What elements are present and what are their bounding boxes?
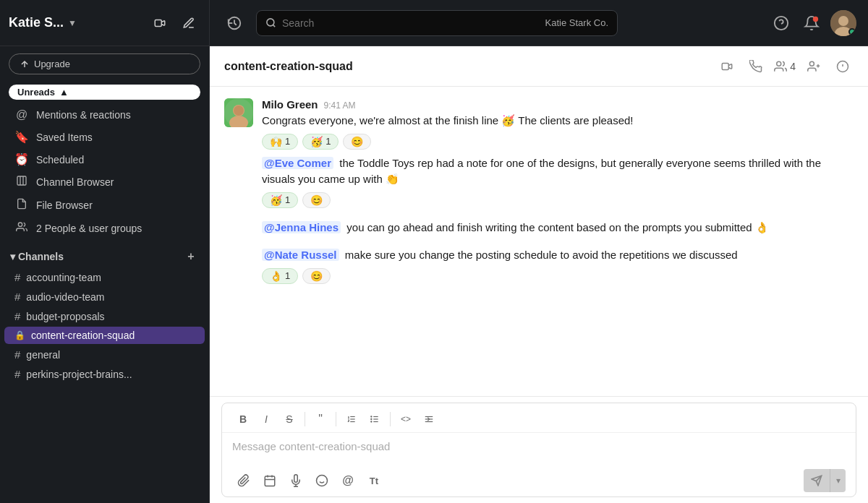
svg-point-21 <box>234 106 244 116</box>
workspace-name[interactable]: Katie S... ▼ <box>9 15 77 30</box>
people-icon <box>14 221 29 236</box>
svg-rect-7 <box>17 176 26 185</box>
channel-item-label: content-creation-squad <box>31 330 135 341</box>
message-item: Milo Green 9:41 AM Congrats everyone, we… <box>224 98 854 150</box>
reaction-add-button[interactable]: 😊 <box>302 268 331 284</box>
reaction-add-button[interactable]: 😊 <box>302 192 331 208</box>
editor-input[interactable]: Message content-creation-squad <box>222 433 856 465</box>
microphone-button[interactable] <box>284 469 307 492</box>
svg-point-5 <box>838 16 848 26</box>
message-avatar <box>224 98 253 127</box>
hash-icon: # <box>14 291 20 303</box>
hash-icon: # <box>14 271 20 283</box>
sidebar-item-people[interactable]: 2 People & user groups <box>4 218 205 239</box>
svg-point-10 <box>18 223 22 226</box>
reaction-button[interactable]: 🥳 1 <box>262 192 298 208</box>
svg-point-3 <box>813 16 818 21</box>
channel-item-audio-video-team[interactable]: # audio-video-team <box>4 288 205 306</box>
workspace-chevron-icon: ▼ <box>68 18 77 28</box>
unreads-chip[interactable]: Unreads ▲ <box>9 85 200 100</box>
member-count[interactable]: 4 <box>774 60 796 73</box>
channel-item-accounting-team[interactable]: # accounting-team <box>4 268 205 286</box>
add-member-button[interactable] <box>803 57 825 76</box>
help-button[interactable] <box>770 12 793 35</box>
formatting-button[interactable]: Tt <box>362 469 386 492</box>
reaction-add-button[interactable]: 😊 <box>343 134 371 150</box>
channels-toggle[interactable]: ▾ Channels <box>10 251 64 262</box>
message-text: @Eve Comer the Toddle Toys rep had a not… <box>262 155 854 188</box>
channel-item-label: accounting-team <box>26 272 101 283</box>
channels-section-header: ▾ Channels + <box>0 240 209 267</box>
editor-area: B I S " <> <box>210 396 868 503</box>
svg-rect-34 <box>265 476 275 486</box>
message-text: @Nate Russel make sure you change the po… <box>262 247 854 264</box>
channel-browser-icon <box>14 175 29 189</box>
message-sender: Milo Green <box>262 98 318 111</box>
channel-video-button[interactable] <box>716 57 738 76</box>
sidebar-item-people-label: 2 People & user groups <box>36 223 142 234</box>
strikethrough-button[interactable]: S <box>278 409 300 429</box>
blockquote-button[interactable]: " <box>310 409 331 429</box>
ordered-list-button[interactable] <box>341 409 362 429</box>
emoji-button[interactable] <box>310 469 333 492</box>
reactions: 🥳 1 😊 <box>262 192 854 208</box>
reaction-button[interactable]: 👌 1 <box>262 268 298 284</box>
toolbar-divider <box>305 412 305 426</box>
channel-item-label: perkins-project-brains... <box>26 369 132 380</box>
attachment-button[interactable] <box>232 469 255 492</box>
channel-item-budget-proposals[interactable]: # budget-proposals <box>4 307 205 325</box>
channel-item-content-creation-squad[interactable]: 🔒 content-creation-squad <box>4 327 205 344</box>
avatar[interactable] <box>830 10 856 36</box>
calendar-button[interactable] <box>258 469 281 492</box>
sidebar-item-scheduled-label: Scheduled <box>36 154 84 165</box>
upgrade-button[interactable]: Upgrade <box>9 53 200 74</box>
indent-button[interactable] <box>418 409 440 429</box>
compose-button[interactable] <box>177 12 200 35</box>
search-input[interactable] <box>282 17 540 29</box>
channel-top-bar: content-creation-squad 4 <box>210 46 868 87</box>
reactions: 👌 1 😊 <box>262 268 854 284</box>
sidebar-item-scheduled[interactable]: ⏰ Scheduled <box>4 149 205 170</box>
hash-icon: # <box>14 368 20 380</box>
history-button[interactable] <box>221 10 247 36</box>
channel-item-general[interactable]: # general <box>4 345 205 364</box>
mention-jenna-hines[interactable]: @Jenna Hines <box>262 221 341 233</box>
reaction-button[interactable]: 🥳 1 <box>302 134 339 150</box>
message-item: @Eve Comer the Toddle Toys rep had a not… <box>224 155 854 208</box>
channel-info-button[interactable] <box>832 57 854 76</box>
italic-button[interactable]: I <box>255 409 277 429</box>
add-channel-button[interactable]: + <box>183 249 199 265</box>
channel-item-label: audio-video-team <box>26 291 104 303</box>
send-button[interactable] <box>804 469 830 492</box>
send-button-group: ▾ <box>804 469 846 492</box>
mention-button[interactable]: @ <box>336 469 359 492</box>
video-call-button[interactable] <box>148 12 171 35</box>
sidebar-item-saved[interactable]: 🔖 Saved Items <box>4 126 205 147</box>
messages-area: Milo Green 9:41 AM Congrats everyone, we… <box>210 87 868 396</box>
message-body: @Nate Russel make sure you change the po… <box>262 247 854 284</box>
editor-bottom-toolbar: @ Tt ▾ <box>222 465 856 496</box>
saved-icon: 🔖 <box>14 130 29 144</box>
sidebar-item-file-browser[interactable]: File Browser <box>4 194 205 216</box>
hash-icon: # <box>14 348 20 361</box>
reaction-button[interactable]: 🙌 1 <box>262 134 298 150</box>
mention-nate-russel[interactable]: @Nate Russel <box>262 249 339 261</box>
bold-button[interactable]: B <box>232 409 254 429</box>
search-bar[interactable]: Katie Stark Co. <box>256 10 618 36</box>
notifications-button[interactable] <box>800 12 823 35</box>
code-button[interactable]: <> <box>395 409 417 429</box>
unordered-list-button[interactable] <box>364 409 386 429</box>
channel-item-perkins-project[interactable]: # perkins-project-brains... <box>4 365 205 383</box>
sidebar-item-channel-browser[interactable]: Channel Browser <box>4 171 205 193</box>
sidebar-item-mentions[interactable]: @ Mentions & reactions <box>4 105 205 125</box>
lock-icon: 🔒 <box>14 330 25 340</box>
message-time: 9:41 AM <box>324 100 356 111</box>
mention-eve-comer[interactable]: @Eve Comer <box>262 157 333 169</box>
message-body: @Jenna Hines you can go ahead and finish… <box>262 220 854 236</box>
channel-call-button[interactable] <box>745 57 767 76</box>
svg-point-29 <box>371 418 372 419</box>
message-item: @Nate Russel make sure you change the po… <box>224 247 854 284</box>
sidebar-item-channel-browser-label: Channel Browser <box>36 176 114 188</box>
message-body: @Eve Comer the Toddle Toys rep had a not… <box>262 155 854 208</box>
send-options-button[interactable]: ▾ <box>830 469 846 492</box>
